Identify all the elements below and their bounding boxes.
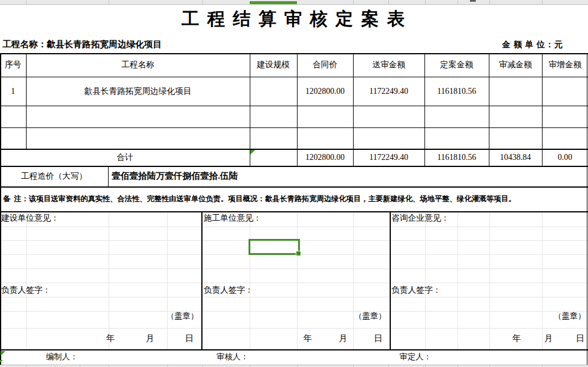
sign-label-consultant[interactable]: 负责人签字： [391, 285, 441, 296]
header-project-name[interactable]: 工程名称 [26, 53, 250, 77]
header-final-amount[interactable]: 定案金额 [424, 53, 489, 77]
column-divider [353, 0, 354, 4]
total-final-amount[interactable]: 1161810.56 [424, 149, 489, 166]
header-review-amount[interactable]: 送审金额 [353, 53, 424, 77]
seal-label-owner[interactable]: （盖章） [89, 310, 198, 322]
sign-label-contractor[interactable]: 负责人签字： [204, 285, 253, 296]
month-label: 月 [146, 329, 155, 347]
column-divider [489, 0, 490, 4]
table-border [0, 106, 588, 106]
total-label[interactable]: 合计 [0, 149, 250, 166]
seal-label-consultant[interactable]: （盖章） [476, 310, 586, 322]
cell-contract-price[interactable]: 1202800.00 [297, 77, 353, 106]
bottom-row-strip[interactable] [0, 365, 588, 367]
total-review-amount[interactable]: 1172249.40 [353, 149, 424, 166]
capital-amount-label[interactable]: 工程造价（大写） [0, 166, 108, 186]
date-row-consultant[interactable]: 年 月 日 [512, 329, 584, 347]
year-label: 年 [512, 329, 521, 347]
project-name-label[interactable]: 工程名称：歙县长青路拓宽周边绿化项目 [2, 37, 162, 52]
approver-label[interactable]: 审定人： [400, 350, 432, 364]
cell-review-amount[interactable]: 1172249.40 [353, 77, 424, 106]
grid-line [458, 211, 458, 349]
total-increase-amount[interactable]: 0.00 [542, 149, 588, 166]
day-label: 日 [576, 329, 585, 347]
grid-line [109, 211, 109, 349]
auditor-label[interactable]: 审核人： [217, 350, 249, 364]
header-increase-amount[interactable]: 审增金额 [542, 53, 588, 77]
column-divider [202, 0, 203, 4]
amount-unit-label[interactable]: 金 额 单 位：元 [502, 38, 564, 52]
column-divider [388, 0, 389, 4]
grid-line [0, 328, 588, 329]
grid-line [542, 211, 543, 349]
error-indicator-icon [0, 360, 3, 363]
table-border [0, 127, 588, 128]
column-divider [542, 0, 543, 4]
grid-line [425, 211, 426, 349]
cell-project-name[interactable]: 歙县长青路拓宽周边绿化项目 [26, 77, 250, 106]
spreadsheet-view: 工 程 结 算 审 核 定 案 表 工程名称：歙县长青路拓宽周边绿化项目 金 额… [0, 0, 588, 367]
fill-handle[interactable] [296, 251, 301, 256]
error-indicator-icon [250, 150, 255, 155]
capital-amount-value[interactable]: 壹佰壹拾陆万壹仟捌佰壹拾.伍陆 [108, 166, 587, 186]
seal-label-contractor[interactable]: （盖章） [275, 310, 386, 322]
header-mark [470, 0, 476, 2]
month-label: 月 [544, 329, 553, 347]
grid-line [0, 283, 588, 283]
cell-final-amount[interactable]: 1161810.56 [424, 77, 489, 106]
table-border [0, 349, 588, 350]
total-contract-price[interactable]: 1202800.00 [297, 149, 353, 166]
header-scale[interactable]: 建设规模 [250, 53, 297, 77]
page-title[interactable]: 工 程 结 算 审 核 定 案 表 [0, 7, 588, 31]
year-label: 年 [106, 329, 115, 347]
note-text[interactable]: 备 注：该项目送审资料的真实性、合法性、完整性由送审单位负责。项目概况：歙县长青… [0, 186, 587, 211]
header-seq[interactable]: 序号 [0, 53, 26, 77]
day-label: 日 [374, 329, 383, 347]
opinion-consultant-title[interactable]: 咨询企业意见： [391, 213, 449, 224]
column-divider [458, 0, 458, 4]
header-contract-price[interactable]: 合同价 [297, 53, 353, 77]
year-label: 年 [303, 329, 312, 347]
opinion-contractor-title[interactable]: 施工单位意见： [204, 213, 262, 224]
column-divider [425, 0, 426, 4]
date-row-contractor[interactable]: 年 月 日 [303, 329, 383, 347]
grid-line [0, 268, 588, 269]
opinion-owner-title[interactable]: 建设单位意见： [1, 213, 59, 224]
grid-line [26, 211, 27, 349]
grid-line [0, 297, 588, 297]
grid-line [167, 211, 168, 349]
column-divider [26, 0, 27, 4]
grid-line [297, 211, 298, 349]
selected-column-highlight [250, 1, 297, 4]
column-divider [109, 0, 109, 4]
sign-label-owner[interactable]: 负责人签字： [1, 285, 51, 296]
error-indicator-icon [1, 351, 5, 356]
section-divider [201, 211, 202, 349]
table-border [0, 211, 588, 212]
total-decrease-amount[interactable]: 10438.84 [489, 149, 542, 166]
date-row-owner[interactable]: 年 月 日 [106, 329, 194, 347]
day-label: 日 [185, 329, 194, 347]
month-label: 月 [339, 329, 348, 347]
active-cell-selection[interactable] [249, 239, 300, 255]
header-decrease-amount[interactable]: 审减金额 [489, 53, 542, 77]
grid-line [489, 211, 490, 349]
column-headers-strip[interactable] [0, 0, 588, 5]
grid-line [353, 211, 354, 349]
section-divider [390, 211, 391, 349]
cell-seq[interactable]: 1 [0, 77, 26, 106]
preparer-label[interactable]: 编制人： [46, 350, 78, 364]
grid-line [250, 211, 250, 349]
grid-line [0, 227, 588, 227]
